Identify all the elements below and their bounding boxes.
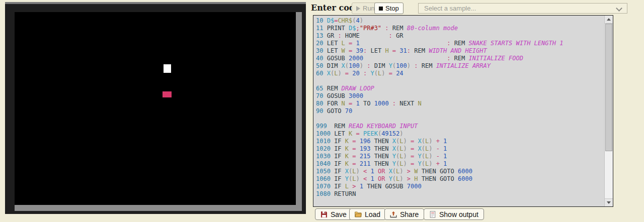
chevron-down-icon xyxy=(616,5,622,12)
code-line[interactable]: 30 LET W = 39: LET H = 31: REM WIDTH AND… xyxy=(316,47,604,55)
stop-button[interactable]: Stop xyxy=(374,3,404,14)
show-output-button[interactable]: Show output xyxy=(424,208,484,220)
code-lines[interactable]: 10 D$=CHR$(4)11 PRINT D$;"PR#3" : REM 80… xyxy=(313,16,604,206)
code-editor[interactable]: 10 D$=CHR$(4)11 PRINT D$;"PR#3" : REM 80… xyxy=(313,15,613,207)
arrow-up-icon xyxy=(607,18,611,21)
load-button[interactable]: Load xyxy=(349,208,386,220)
code-line[interactable]: 65 REM DRAW LOOP xyxy=(316,85,604,92)
folder-icon xyxy=(355,211,362,218)
load-button-label: Load xyxy=(365,210,380,218)
save-button-label: Save xyxy=(331,210,347,218)
code-line[interactable]: 13 GR : HOME : GR xyxy=(316,32,604,40)
code-line[interactable]: 40 GOSUB 2000 : REM INITIALIZE FOOD xyxy=(316,55,604,62)
code-line[interactable]: 1040 IF K = 211 THEN Y(L) = Y(L) + 1 xyxy=(316,160,604,168)
code-line[interactable] xyxy=(316,77,604,85)
jsbasic-app: Enter code: Run Stop Select a sample... … xyxy=(0,0,644,222)
show-output-button-label: Show output xyxy=(439,210,478,218)
code-line[interactable]: 999 REM READ KEYBOARD INPUT xyxy=(316,123,604,130)
code-line[interactable] xyxy=(316,198,604,205)
code-line[interactable]: 20 LET L = 1 : REM SNAKE STARTS WITH LEN… xyxy=(316,40,604,47)
snake-segment xyxy=(164,64,171,73)
code-line[interactable]: 90 GOTO 70 xyxy=(316,107,604,115)
share-button-label: Share xyxy=(400,210,419,218)
scrollbar-thumb[interactable] xyxy=(605,24,612,151)
play-icon xyxy=(356,6,360,11)
document-icon xyxy=(429,211,436,218)
editor-scrollbar[interactable] xyxy=(604,16,613,206)
scrollbar-down-button[interactable] xyxy=(605,198,613,206)
code-line[interactable]: 1080 RETURN xyxy=(316,190,604,198)
code-line[interactable]: 1070 IF L > 1 THEN GOSUB 7000 xyxy=(316,183,604,190)
code-line[interactable]: 80 FOR N = 1 TO 1000 : NEXT N xyxy=(316,100,604,107)
code-line[interactable]: 1020 IF K = 193 THEN X(L) = X(L) - 1 xyxy=(316,145,604,153)
graphics-screen[interactable] xyxy=(15,12,302,211)
code-line[interactable]: 1010 IF K = 196 THEN X(L) = X(L) + 1 xyxy=(316,138,604,145)
run-button-label: Run xyxy=(363,5,375,12)
share-upload-icon xyxy=(390,211,397,218)
code-line[interactable]: 70 GOSUB 3000 xyxy=(316,92,604,100)
code-line[interactable]: 1030 IF K = 215 THEN Y(L) = Y(L) - 1 xyxy=(316,153,604,160)
code-line[interactable]: 1050 IF X(L) < 1 OR X(L) > W THEN GOTO 6… xyxy=(316,168,604,175)
code-line[interactable]: 50 DIM X(100) : DIM Y(100) : REM INTIALI… xyxy=(316,62,604,70)
share-button[interactable]: Share xyxy=(384,208,424,220)
stop-button-label: Stop xyxy=(385,5,399,12)
code-line[interactable]: 10 D$=CHR$(4) xyxy=(316,17,604,25)
code-line[interactable]: 1060 IF Y(L) < 1 OR Y(L) > H THEN GOTO 6… xyxy=(316,175,604,183)
code-line[interactable]: 60 X(L) = 20 : Y(L) = 24 xyxy=(316,70,604,77)
code-line[interactable]: 1999 REM INITIALIZE FOOD xyxy=(316,205,604,206)
code-line[interactable] xyxy=(316,115,604,123)
code-line[interactable]: 11 PRINT D$;"PR#3" : REM 80-column mode xyxy=(316,25,604,32)
sample-select[interactable]: Select a sample... xyxy=(418,3,627,14)
save-button[interactable]: Save xyxy=(315,208,352,220)
scrollbar-up-button[interactable] xyxy=(605,16,613,24)
food-pixel xyxy=(163,91,172,97)
stop-icon xyxy=(379,7,383,11)
floppy-disk-icon xyxy=(320,211,328,218)
code-line[interactable]: 1000 LET K = PEEK(49152) xyxy=(316,130,604,138)
apple2-monitor xyxy=(5,2,306,214)
sample-select-value: Select a sample... xyxy=(424,5,476,12)
arrow-down-icon xyxy=(607,201,611,204)
